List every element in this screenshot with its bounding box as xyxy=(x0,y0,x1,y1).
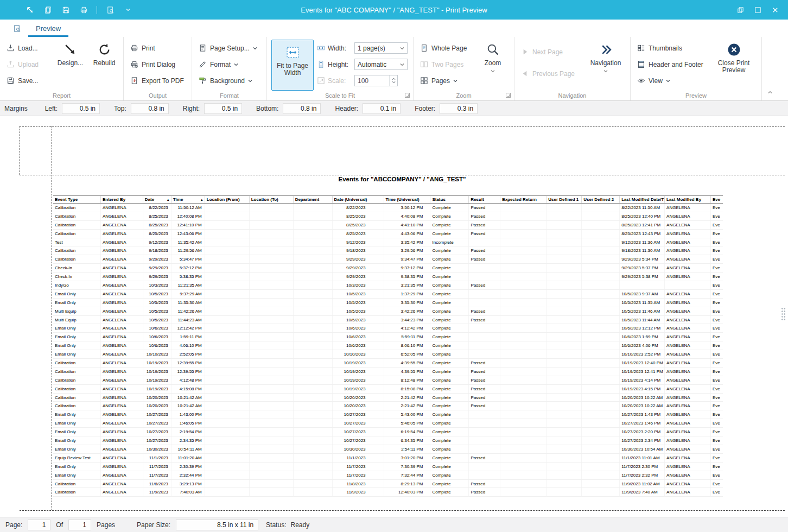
background-button[interactable]: Background xyxy=(196,75,259,86)
export-to-pdf-button[interactable]: Export To PDF xyxy=(128,75,186,86)
save-quick-button[interactable] xyxy=(61,5,71,15)
scale-dialog-launcher[interactable] xyxy=(405,93,410,98)
width-select[interactable]: 1 page(s) xyxy=(354,42,408,54)
table-cell: 10/6/2023 xyxy=(143,333,171,341)
margin-right-value[interactable]: 0.5 in xyxy=(204,103,242,114)
close-window-button[interactable] xyxy=(770,4,780,15)
eye-icon xyxy=(637,77,645,85)
design-button[interactable]: Design... xyxy=(53,40,88,67)
table-cell xyxy=(249,341,293,350)
restore-window-button[interactable] xyxy=(735,4,746,15)
view-button[interactable]: View xyxy=(635,75,711,86)
ribbon-group-zoom: Whole Page Two Pages Pages Zoom Zoom xyxy=(414,37,514,100)
margin-left-value[interactable]: 0.5 in xyxy=(62,103,100,114)
table-cell xyxy=(205,221,249,229)
print-dialog-button[interactable]: Print Dialog xyxy=(128,59,186,70)
page-number-field[interactable]: 1 xyxy=(28,520,50,530)
toolbar-separator xyxy=(97,6,97,14)
load-button[interactable]: Load... xyxy=(4,42,53,54)
print-quick-button[interactable] xyxy=(79,5,88,15)
design-report-quick-button[interactable] xyxy=(25,5,35,15)
zoom-dialog-launcher[interactable] xyxy=(506,93,511,98)
format-button[interactable]: Format xyxy=(196,59,259,70)
open-report-quick-button[interactable] xyxy=(43,5,53,15)
table-cell: ANGELENA xyxy=(664,402,710,410)
table-cell: 8/25/2023 12:41 PM xyxy=(619,221,664,229)
table-cell: Eve xyxy=(710,376,723,384)
margin-bottom-value[interactable]: 0.8 in xyxy=(283,103,321,114)
table-row: Email OnlyANGELENA11/7/20232:32:44 PM11/… xyxy=(53,471,723,480)
table-cell xyxy=(500,341,546,350)
table-cell: Eve xyxy=(710,299,723,307)
thumbnails-button[interactable]: Thumbnails xyxy=(635,42,711,54)
zoom-button[interactable]: Zoom xyxy=(478,40,508,73)
table-cell: Complete xyxy=(430,419,468,427)
page-width-icon xyxy=(317,44,325,52)
table-cell: Passed xyxy=(468,376,500,384)
maximize-window-button[interactable] xyxy=(752,4,763,15)
two-pages-button: Two Pages xyxy=(418,59,478,70)
print-preview-quick-button[interactable] xyxy=(105,5,115,15)
column-header: Result xyxy=(468,196,500,203)
margin-top-value[interactable]: 0.8 in xyxy=(131,103,169,114)
table-row: Email OnlyANGELENA10/27/20232:34:35 PM10… xyxy=(53,436,723,445)
table-cell xyxy=(468,350,500,358)
column-header: Location (From) xyxy=(205,196,249,203)
table-cell xyxy=(293,281,332,289)
table-cell xyxy=(205,316,249,324)
height-select[interactable]: Automatic xyxy=(354,59,408,70)
print-button[interactable]: Print xyxy=(128,42,186,54)
upload-button: Upload xyxy=(4,59,53,70)
margin-footer-value[interactable]: 0.3 in xyxy=(440,103,478,114)
table-cell: ANGELENA xyxy=(100,368,143,376)
navigation-button[interactable]: Navigation xyxy=(586,40,625,73)
table-cell xyxy=(205,368,249,376)
chevron-down-icon xyxy=(248,79,252,83)
table-cell xyxy=(468,273,500,281)
table-cell: Eve xyxy=(710,230,723,238)
tab-preview[interactable]: Preview xyxy=(25,20,72,37)
table-cell: Eve xyxy=(710,212,723,220)
margin-header-value[interactable]: 0.1 in xyxy=(363,103,401,114)
table-cell: 9/18/2023 11:30 AM xyxy=(619,246,664,255)
spinner-arrows[interactable] xyxy=(389,75,397,86)
pages-button[interactable]: Pages xyxy=(418,75,478,86)
close-print-preview-button[interactable]: Close Print Preview xyxy=(711,40,757,74)
table-cell: ANGELENA xyxy=(664,488,710,496)
two-pages-icon xyxy=(420,60,428,68)
table-cell: 9:37:12 PM xyxy=(384,264,430,272)
table-cell xyxy=(249,359,293,367)
save-button[interactable]: Save... xyxy=(4,75,53,86)
table-cell: Email Only xyxy=(53,428,100,436)
table-cell: Email Only xyxy=(53,333,100,341)
rebuild-button[interactable]: Rebuild xyxy=(87,40,121,67)
table-cell: 12:39:55 PM xyxy=(171,359,205,367)
page-setup-button[interactable]: Page Setup... xyxy=(196,42,259,54)
load-icon xyxy=(7,44,15,52)
table-cell: 9:34:47 PM xyxy=(384,255,430,263)
table-cell xyxy=(249,480,293,488)
scale-spinner[interactable]: 100 xyxy=(354,75,398,86)
document-preview[interactable]: Events for "ABCCOMPANY" / "ANG_TEST" Eve… xyxy=(0,116,788,517)
fit-to-page-width-button[interactable]: Fit to Page Width xyxy=(271,40,314,91)
table-cell: Eve xyxy=(710,445,723,453)
preview-app-button[interactable] xyxy=(9,20,25,37)
table-cell: ANGELENA xyxy=(664,299,710,307)
table-cell xyxy=(500,419,546,427)
table-cell: Complete xyxy=(430,324,468,332)
printer-icon xyxy=(130,44,138,52)
header-and-footer-button[interactable]: Header and Footer xyxy=(635,59,711,70)
table-cell xyxy=(293,410,332,419)
table-body: CalibrationANGELENA8/22/202311:50:12 AM8… xyxy=(53,204,723,497)
scrollbar-thumb[interactable] xyxy=(781,307,786,321)
table-cell: 10/19/2023 xyxy=(143,385,171,393)
table-cell: Eve xyxy=(710,385,723,393)
of-label: Of xyxy=(56,521,63,529)
customize-toolbar-chevron[interactable] xyxy=(123,5,133,15)
whole-page-button[interactable]: Whole Page xyxy=(418,42,478,54)
table-cell xyxy=(293,204,332,212)
table-cell: Eve xyxy=(710,333,723,341)
collapse-ribbon-button[interactable] xyxy=(764,87,776,97)
table-cell xyxy=(205,290,249,298)
table-cell: Complete xyxy=(430,290,468,298)
